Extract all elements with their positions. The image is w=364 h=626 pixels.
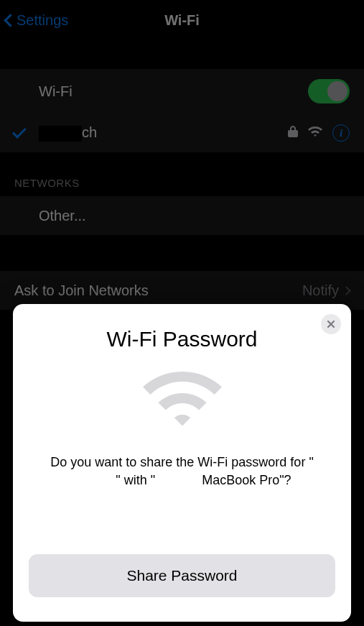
back-label: Settings xyxy=(17,12,68,29)
ask-to-join-value: Notify xyxy=(302,282,339,299)
wifi-signal-icon xyxy=(308,126,322,140)
modal-prompt: Do you want to share the Wi-Fi password … xyxy=(29,454,335,489)
networks-section-header: NETWORKS xyxy=(0,152,364,196)
page-title: Wi-Fi xyxy=(164,12,200,29)
wifi-large-icon xyxy=(29,372,335,429)
lock-icon xyxy=(288,126,298,140)
connected-network-row[interactable]: ch i xyxy=(0,114,364,152)
toggle-knob xyxy=(327,81,347,101)
ask-to-join-label: Ask to Join Networks xyxy=(14,282,302,299)
info-icon[interactable]: i xyxy=(332,124,350,142)
share-password-modal: Wi-Fi Password Do you want to share the … xyxy=(13,304,351,622)
other-network-row[interactable]: Other... xyxy=(0,196,364,235)
wifi-toggle[interactable] xyxy=(308,79,350,103)
nav-bar: Settings Wi-Fi xyxy=(0,0,364,40)
wifi-row-label: Wi-Fi xyxy=(39,83,308,100)
other-network-label: Other... xyxy=(39,208,350,224)
chevron-left-icon xyxy=(4,14,17,27)
wifi-toggle-row: Wi-Fi xyxy=(0,69,364,114)
checkmark-icon xyxy=(14,129,27,137)
modal-title: Wi-Fi Password xyxy=(29,327,335,351)
share-password-button[interactable]: Share Password xyxy=(29,554,335,597)
back-button[interactable]: Settings xyxy=(6,12,68,29)
close-button[interactable] xyxy=(321,314,341,334)
connected-network-name: ch xyxy=(39,124,288,142)
chevron-right-icon xyxy=(342,286,351,295)
